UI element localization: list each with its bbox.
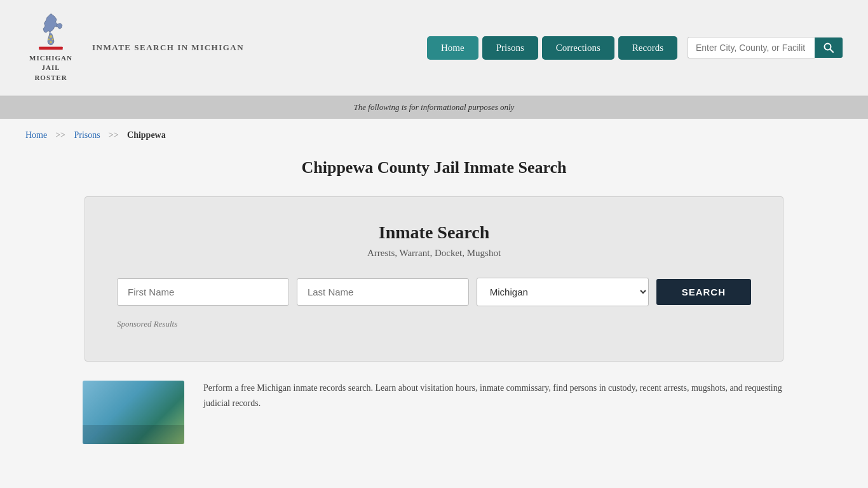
main-nav: Home Prisons Corrections Records: [427, 36, 843, 60]
search-card-subtitle: Arrests, Warrant, Docket, Mugshot: [117, 248, 751, 259]
first-name-input[interactable]: [117, 278, 289, 306]
svg-marker-1: [57, 23, 62, 29]
svg-point-4: [51, 38, 53, 40]
search-button[interactable]: SEARCH: [656, 279, 751, 305]
breadcrumb-sep-1: >>: [53, 130, 65, 140]
logo-image: MICHIGAN JAIL ROSTER: [25, 13, 76, 83]
site-name: MICHIGAN JAIL ROSTER: [25, 53, 76, 83]
info-bar: The following is for informational purpo…: [0, 96, 868, 119]
header-search-input[interactable]: [688, 37, 815, 58]
bottom-description: Perform a free Michigan inmate records s…: [203, 381, 785, 411]
breadcrumb-current: Chippewa: [127, 130, 166, 140]
site-header: MICHIGAN JAIL ROSTER INMATE SEARCH IN MI…: [0, 0, 868, 96]
site-subtitle: INMATE SEARCH IN MICHIGAN: [92, 43, 244, 53]
nav-records[interactable]: Records: [618, 36, 677, 60]
breadcrumb-prisons[interactable]: Prisons: [74, 130, 100, 140]
page-title: Chippewa County Jail Inmate Search: [0, 158, 868, 177]
search-card-title: Inmate Search: [117, 222, 751, 243]
info-bar-text: The following is for informational purpo…: [354, 102, 515, 112]
nav-home[interactable]: Home: [427, 36, 478, 60]
search-icon: [824, 43, 834, 53]
inmate-search-form: Michigan Alabama Alaska Arizona Californ…: [117, 278, 751, 306]
search-card: Inmate Search Arrests, Warrant, Docket, …: [85, 196, 783, 362]
svg-line-9: [831, 50, 834, 53]
logo-area[interactable]: MICHIGAN JAIL ROSTER INMATE SEARCH IN MI…: [25, 13, 244, 83]
svg-marker-0: [43, 13, 57, 32]
state-select[interactable]: Michigan Alabama Alaska Arizona Californ…: [477, 278, 649, 306]
breadcrumb-sep-2: >>: [106, 130, 118, 140]
svg-point-5: [50, 41, 52, 43]
breadcrumb: Home >> Prisons >> Chippewa: [0, 119, 868, 152]
header-search-bar: [688, 37, 843, 58]
nav-corrections[interactable]: Corrections: [542, 36, 614, 60]
nav-prisons[interactable]: Prisons: [482, 36, 538, 60]
breadcrumb-home[interactable]: Home: [25, 130, 47, 140]
last-name-input[interactable]: [297, 278, 469, 306]
svg-rect-7: [39, 47, 62, 48]
sponsored-results-label: Sponsored Results: [117, 319, 751, 329]
facility-image: [83, 381, 184, 444]
bottom-section: Perform a free Michigan inmate records s…: [0, 362, 868, 463]
svg-point-3: [48, 38, 50, 40]
header-search-button[interactable]: [815, 37, 843, 58]
svg-point-2: [50, 35, 52, 37]
